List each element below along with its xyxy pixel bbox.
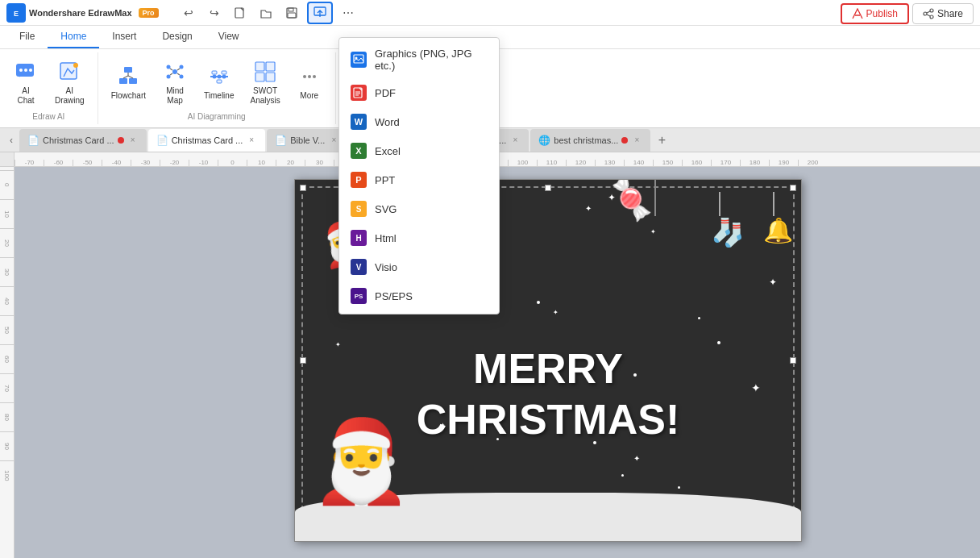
svg-point-46 (308, 75, 311, 78)
menu-item-excel[interactable]: X Excel (339, 136, 499, 165)
flowchart-label: Flowchart (111, 91, 146, 101)
tab1-icon: 📄 (27, 135, 39, 146)
tab-file[interactable]: File (6, 26, 48, 48)
menu-item-pdf[interactable]: PDF (339, 78, 499, 107)
visio-icon: V (351, 259, 367, 275)
svg-line-12 (927, 15, 930, 16)
svg-point-18 (73, 63, 78, 68)
ribbon-item-aidrawing[interactable]: AIDrawing (48, 56, 91, 109)
export-dropdown: Graphics (PNG, JPG etc.) PDF W Word X Ex… (338, 37, 500, 314)
svg-point-14 (19, 69, 23, 72)
tab-design[interactable]: Design (149, 26, 205, 48)
share-button[interactable]: Share (912, 3, 974, 24)
timeline-label: Timeline (204, 91, 234, 101)
menu-item-html[interactable]: H Html (339, 223, 499, 252)
tab-christmas1[interactable]: 📄 Christmas Card ... × (19, 129, 147, 152)
svg-rect-20 (119, 78, 127, 84)
pseps-label: PS/EPS (375, 290, 413, 302)
snow9 (621, 474, 624, 477)
ribbon-item-aichat[interactable]: AIChat (6, 56, 45, 109)
tab-add-button[interactable]: + (652, 131, 671, 150)
ribbon-item-more1[interactable]: More (290, 60, 329, 104)
more-actions-button[interactable]: ⋯ (338, 2, 359, 23)
save-button[interactable] (281, 2, 302, 23)
stocking-string (719, 192, 720, 216)
menu-item-pseps[interactable]: PS PS/EPS (339, 281, 499, 310)
handle-ml[interactable] (300, 357, 306, 364)
ai-chat-label: AIChat (17, 86, 34, 106)
tab-best2[interactable]: 🌐 best christmas... × (530, 129, 650, 152)
handle-tc[interactable] (545, 185, 551, 191)
timeline-icon (206, 64, 232, 90)
ribbon-item-mindmap[interactable]: MindMap (156, 56, 194, 109)
ai-group-label: Edraw AI (32, 112, 64, 121)
svg-point-26 (167, 65, 171, 69)
bells-icon: 🔔 (763, 216, 793, 244)
tab1-label: Christmas Card ... (43, 135, 114, 145)
ruler-vertical: 0 10 20 30 40 50 60 70 80 90 100 (0, 167, 15, 558)
tab-home[interactable]: Home (48, 26, 99, 48)
redo-button[interactable]: ↪ (204, 2, 225, 23)
open-button[interactable] (255, 2, 276, 23)
swot-label: SWOTAnalysis (250, 86, 280, 106)
html-icon: H (351, 230, 367, 246)
tab6-close[interactable]: × (631, 135, 642, 146)
svg-point-25 (172, 69, 177, 74)
ruler-v-marks: 0 10 20 30 40 50 60 70 80 90 100 (0, 170, 14, 489)
svg-rect-6 (288, 13, 296, 18)
menu-item-svg[interactable]: S SVG (339, 194, 499, 223)
svg-rect-39 (217, 80, 222, 83)
publish-button[interactable]: Publish (841, 3, 909, 24)
svg-point-15 (24, 69, 27, 72)
tab6-label: best christmas... (554, 135, 618, 145)
tab3-icon: 📄 (275, 135, 287, 146)
svg-line-31 (177, 69, 180, 70)
ribbon-group-diagramming: Flowchart (98, 52, 336, 124)
handle-tl[interactable] (300, 185, 306, 191)
publish-share-area: Publish Share (841, 3, 974, 24)
handle-mr[interactable] (790, 357, 796, 364)
snow8 (593, 441, 596, 444)
handle-tr[interactable] (790, 185, 796, 191)
tab-christmas2[interactable]: 📄 Christmas Card ... × (148, 129, 266, 152)
word-icon: W (351, 114, 367, 130)
star6: ✦ (769, 277, 777, 288)
tab-nav-prev[interactable]: ‹ (3, 132, 19, 148)
excel-label: Excel (375, 145, 401, 157)
bells-string (773, 192, 774, 216)
snow6 (633, 373, 637, 377)
ribbon-item-timeline[interactable]: Timeline (197, 60, 240, 104)
tab6-modified (621, 137, 628, 144)
swot-icon (252, 59, 278, 85)
tab-view[interactable]: View (206, 26, 252, 48)
tab2-close[interactable]: × (246, 135, 257, 146)
svg-point-28 (167, 75, 171, 79)
svg-rect-21 (129, 78, 137, 84)
svg-point-16 (29, 69, 32, 72)
undo-button[interactable]: ↩ (178, 2, 199, 23)
tab1-close[interactable]: × (127, 135, 139, 146)
svg-rect-40 (222, 71, 226, 74)
ppt-icon: P (351, 172, 367, 188)
menu-item-graphics[interactable]: Graphics (PNG, JPG etc.) (339, 41, 499, 78)
candy-string (654, 179, 656, 216)
new-button[interactable] (230, 2, 251, 23)
svg-rect-5 (289, 8, 293, 11)
ribbon-item-flowchart[interactable]: Flowchart (105, 60, 152, 104)
excel-icon: X (351, 143, 367, 159)
share-label: Share (937, 8, 963, 19)
menu-item-word[interactable]: W Word (339, 107, 499, 136)
diagramming-group-label: AI Diagramming (188, 112, 246, 121)
ribbon-item-swot[interactable]: SWOTAnalysis (243, 56, 286, 109)
svg-rect-43 (255, 73, 264, 81)
tab5-close[interactable]: × (509, 135, 521, 146)
export-button[interactable] (307, 2, 333, 24)
menu-item-ppt[interactable]: P PPT (339, 165, 499, 194)
tab-bible[interactable]: 📄 Bible V... × (267, 129, 347, 152)
mindmap-label: MindMap (166, 86, 184, 106)
menu-item-visio[interactable]: V Visio (339, 252, 499, 281)
tab-insert[interactable]: Insert (99, 26, 149, 48)
svg-point-8 (930, 9, 933, 12)
graphics-label: Graphics (PNG, JPG etc.) (375, 48, 488, 72)
svg-label: SVG (375, 203, 397, 215)
